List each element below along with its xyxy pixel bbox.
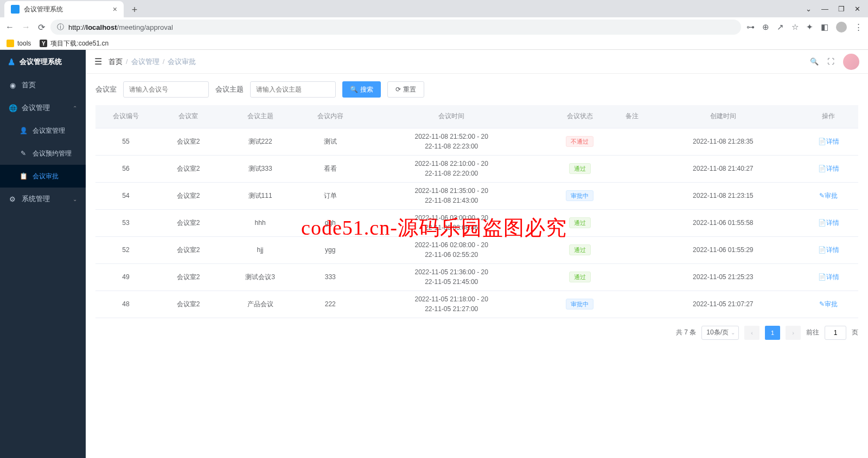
status-badge: 通过: [569, 163, 591, 175]
detail-button[interactable]: 📄详情: [818, 272, 839, 282]
cell-action: ✎审批: [799, 182, 858, 209]
cell-time: 2022-11-06 02:08:00 - 2022-11-06 02:55:2…: [361, 236, 542, 263]
approve-button[interactable]: ✎审批: [819, 191, 838, 201]
menu-booking-mgmt[interactable]: ✎ 会议预约管理: [0, 142, 86, 165]
menu-icon[interactable]: ⋮: [854, 22, 863, 32]
topbar-right: 🔍 ⛶: [810, 54, 859, 70]
cell-content: 222: [300, 291, 361, 318]
panel-icon[interactable]: ◧: [821, 22, 828, 32]
detail-button[interactable]: 📄详情: [818, 245, 839, 255]
minimize-icon[interactable]: —: [821, 5, 828, 13]
cell-room: 会议室2: [156, 291, 220, 318]
cell-room: 会议室2: [156, 263, 220, 291]
gear-icon: ⚙: [9, 195, 16, 203]
page-number-button[interactable]: 1: [765, 326, 780, 340]
cell-remark: [617, 263, 647, 291]
bookmark-tools[interactable]: tools: [7, 40, 31, 47]
menu-sys-mgmt[interactable]: ⚙ 系统管理 ⌄: [0, 188, 86, 210]
goto-input[interactable]: [825, 326, 846, 340]
search-icon[interactable]: 🔍: [810, 57, 819, 66]
cell-id: 52: [95, 236, 156, 263]
menu-approval[interactable]: 📋 会议审批: [0, 165, 86, 188]
forward-icon[interactable]: →: [22, 22, 30, 33]
new-tab-button[interactable]: +: [127, 2, 142, 17]
key-icon[interactable]: ⊶: [746, 22, 755, 32]
goto-label: 前往: [806, 328, 819, 337]
zoom-icon[interactable]: ⊕: [762, 22, 769, 32]
nav-buttons: ← → ⟳: [5, 22, 45, 33]
room-input[interactable]: [123, 81, 209, 98]
page-suffix: 页: [852, 328, 858, 337]
back-icon[interactable]: ←: [5, 22, 14, 33]
address-bar: ← → ⟳ ⓘ http://localhost/meeting/approva…: [0, 17, 868, 37]
cell-created: 2022-11-05 21:25:23: [647, 263, 799, 291]
menu-meeting-mgmt[interactable]: 🌐 会议管理 ⌃: [0, 96, 86, 119]
menu-home[interactable]: ◉ 首页: [0, 74, 86, 96]
hamburger-icon[interactable]: ☰: [94, 56, 102, 67]
table-row: 56 会议室2 测试333 看看 2022-11-08 22:10:00 - 2…: [95, 155, 858, 182]
cell-action: 📄详情: [799, 209, 858, 236]
cell-id: 53: [95, 209, 156, 236]
bookmark-bar: tools Y 项目下载:code51.cn: [0, 37, 868, 50]
topic-input[interactable]: [250, 81, 336, 98]
cell-id: 49: [95, 263, 156, 291]
pagination: 共 7 条 10条/页 ⌄ ‹ 1 › 前往 页: [95, 326, 858, 340]
topic-label: 会议主题: [215, 85, 244, 94]
cell-topic: 产品会议: [220, 291, 299, 318]
status-badge: 审批中: [566, 190, 593, 202]
close-tab-icon[interactable]: ×: [113, 5, 117, 14]
address-right-icons: ⊶ ⊕ ↗ ☆ ✦ ◧ ⋮: [746, 22, 863, 33]
prev-page-button[interactable]: ‹: [744, 326, 760, 340]
menu-room-mgmt[interactable]: 👤 会议室管理: [0, 119, 86, 142]
reset-button[interactable]: ⟳ 重置: [387, 81, 424, 98]
page-size-select[interactable]: 10条/页 ⌄: [701, 326, 739, 340]
table-row: 49 会议室2 测试会议3 333 2022-11-05 21:36:00 - …: [95, 263, 858, 291]
cell-room: 会议室2: [156, 236, 220, 263]
extensions-icon[interactable]: ✦: [806, 22, 813, 32]
cell-created: 2022-11-08 21:28:35: [647, 128, 799, 155]
detail-button[interactable]: 📄详情: [818, 218, 839, 228]
brand-title: 会议管理系统: [20, 57, 62, 67]
cell-remark: [617, 291, 647, 318]
table-row: 53 会议室2 hhh ggh 2022-11-06 03:00:00 - 20…: [95, 209, 858, 236]
maximize-icon[interactable]: ❐: [838, 5, 845, 13]
table-header: 操作: [799, 105, 858, 128]
profile-icon[interactable]: [836, 22, 847, 33]
fullscreen-icon[interactable]: ⛶: [827, 57, 834, 66]
next-page-button[interactable]: ›: [786, 326, 801, 340]
globe-icon: 🌐: [9, 104, 16, 112]
cell-topic: 测试333: [220, 155, 299, 182]
approve-button[interactable]: ✎审批: [819, 299, 838, 309]
cell-room: 会议室2: [156, 128, 220, 155]
crumb-l1[interactable]: 会议管理: [131, 57, 159, 67]
share-icon[interactable]: ↗: [777, 22, 784, 32]
site-info-icon[interactable]: ⓘ: [57, 22, 64, 32]
browser-chrome: 会议管理系统 × + ⌄ — ❐ ✕ ← → ⟳ ⓘ http://localh…: [0, 0, 868, 50]
bookmark-code51[interactable]: Y 项目下载:code51.cn: [40, 39, 108, 48]
cell-time: 2022-11-08 21:35:00 - 2022-11-08 21:43:0…: [361, 182, 542, 209]
total-text: 共 7 条: [676, 328, 696, 337]
cell-action: 📄详情: [799, 236, 858, 263]
edit-icon: ✎: [20, 150, 27, 157]
avatar[interactable]: [843, 54, 859, 70]
search-button[interactable]: 🔍 搜索: [342, 81, 381, 98]
browser-tab[interactable]: 会议管理系统 ×: [4, 1, 124, 17]
table-row: 48 会议室2 产品会议 222 2022-11-05 21:18:00 - 2…: [95, 291, 858, 318]
reload-icon[interactable]: ⟳: [38, 22, 45, 33]
brand-icon: ♟: [8, 57, 15, 67]
star-icon[interactable]: ☆: [792, 22, 799, 32]
dropdown-icon[interactable]: ⌄: [806, 5, 812, 13]
table-header: 会议状态: [542, 105, 617, 128]
crumb-home[interactable]: 首页: [108, 57, 123, 67]
detail-button[interactable]: 📄详情: [818, 137, 839, 146]
cell-room: 会议室2: [156, 182, 220, 209]
cell-created: 2022-11-08 21:23:15: [647, 182, 799, 209]
cell-room: 会议室2: [156, 155, 220, 182]
status-badge: 通过: [569, 244, 591, 256]
close-window-icon[interactable]: ✕: [854, 5, 860, 13]
detail-button[interactable]: 📄详情: [818, 164, 839, 173]
main-panel: ☰ 首页 / 会议管理 / 会议审批 🔍 ⛶ 会议室 会议主题 🔍 搜索: [86, 50, 868, 458]
url-bar[interactable]: ⓘ http://localhost/meeting/approval: [50, 20, 741, 35]
table-header: 备注: [617, 105, 647, 128]
table-header: 会议室: [156, 105, 220, 128]
